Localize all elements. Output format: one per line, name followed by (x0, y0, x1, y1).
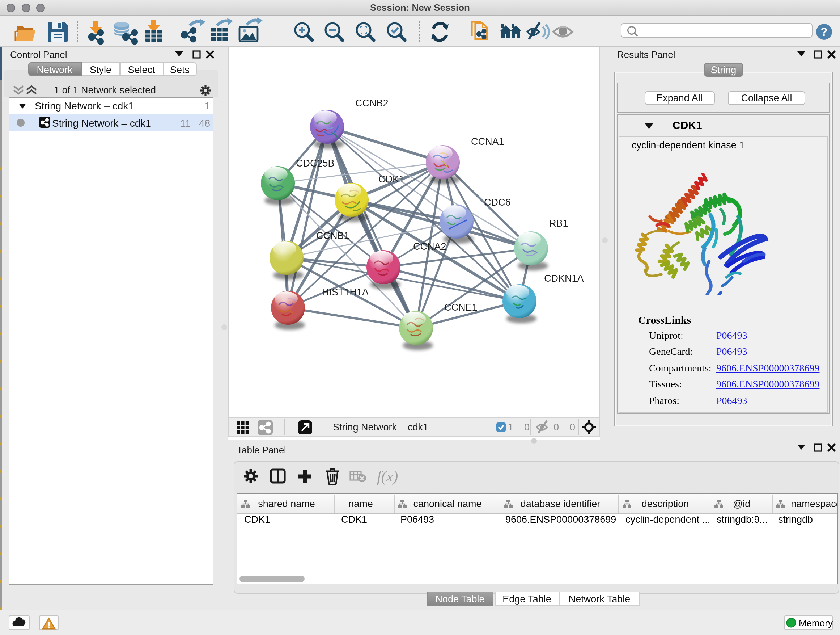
svg-text:CCNB2: CCNB2 (355, 98, 388, 109)
svg-text:CCNB1: CCNB1 (316, 230, 349, 241)
svg-text:@id: @id (733, 499, 750, 509)
svg-text:HIST1H1A: HIST1H1A (322, 287, 369, 298)
svg-text:CDC6: CDC6 (484, 197, 511, 208)
svg-text:shared name: shared name (257, 499, 315, 509)
svg-text:CDC25B: CDC25B (296, 158, 335, 169)
svg-text:CCNA2: CCNA2 (413, 241, 447, 252)
svg-text:CCNA1: CCNA1 (471, 136, 504, 147)
svg-text:CCNE1: CCNE1 (444, 302, 477, 313)
svg-text:String Network – cdk1: String Network – cdk1 (333, 421, 428, 432)
svg-text:namespace: namespace (790, 499, 837, 509)
svg-text:description: description (641, 499, 689, 509)
svg-text:?: ? (821, 25, 828, 38)
svg-text:CDK1: CDK1 (378, 174, 404, 185)
svg-text:RB1: RB1 (549, 218, 568, 229)
svg-text:name: name (348, 499, 373, 509)
svg-text:database identifier: database identifier (520, 499, 600, 509)
svg-text:0 – 0: 0 – 0 (554, 421, 575, 432)
svg-text:1 – 0: 1 – 0 (508, 421, 530, 432)
svg-text:canonical name: canonical name (413, 499, 481, 509)
svg-text:CDKN1A: CDKN1A (544, 273, 584, 284)
svg-text:f(x): f(x) (377, 468, 398, 485)
